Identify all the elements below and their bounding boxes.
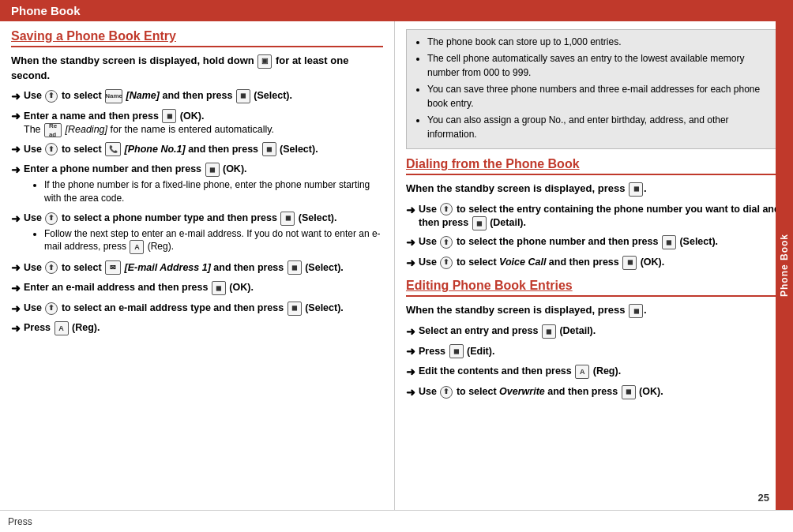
reading-icon: Read (44, 123, 62, 137)
nav-icon-d1: ⬆ (440, 203, 453, 215)
info-box: The phone book can store up to 1,000 ent… (406, 29, 782, 149)
select-button-icon-4: ◼ (288, 260, 302, 275)
phone-icon: 📞 (105, 142, 121, 156)
reg-button-icon-2: A (54, 321, 69, 335)
select-button-icon-5: ◼ (288, 302, 302, 316)
ok-btn-e4: ◼ (622, 385, 636, 399)
select-button-icon-2: ◼ (262, 142, 276, 156)
ok-button-icon: ◼ (162, 109, 176, 123)
right-sidebar: Phone Book (776, 21, 793, 510)
nav-icon: ⬆ (45, 90, 58, 103)
dialing-step-1: ➜ Use ⬆ to select the entry containing t… (406, 203, 782, 231)
right-column: The phone book can store up to 1,000 ent… (395, 21, 793, 510)
two-column-layout: Saving a Phone Book Entry When the stand… (0, 21, 793, 510)
page-header-title: Phone Book (11, 4, 81, 17)
detail-btn-e1: ◼ (542, 324, 556, 339)
step-4-bullets: If the phone number is for a fixed-line … (33, 178, 383, 205)
name-icon: Name (105, 89, 122, 103)
reg-btn-e3: A (575, 365, 589, 379)
dialing-intro: When the standby screen is displayed, pr… (406, 182, 782, 197)
nav-icon-5: ⬆ (45, 302, 58, 315)
select-button-icon: ◼ (236, 89, 250, 103)
step-5-bullets: Follow the next step to enter an e-mail … (33, 227, 383, 255)
info-bullet-4: You can also assign a group No., and ent… (427, 113, 773, 141)
step-8: ➜ Use ⬆ to select an e-mail address type… (11, 302, 383, 317)
bottom-press-label: Press (8, 516, 32, 527)
dialing-section-title: Dialing from the Phone Book (406, 157, 782, 175)
editing-section-title: Editing Phone Book Entries (406, 279, 782, 297)
nav-icon-e4: ⬆ (440, 386, 453, 399)
page-header: Phone Book (0, 0, 793, 21)
nav-icon-4: ⬆ (45, 261, 58, 274)
step-6: ➜ Use ⬆ to select ✉ [E-mail Address 1] a… (11, 260, 383, 276)
editing-step-4: ➜ Use ⬆ to select Overwrite and then pre… (406, 385, 782, 401)
step-3: ➜ Use ⬆ to select 📞 [Phone No.1] and the… (11, 142, 383, 158)
saving-intro: When the standby screen is displayed, ho… (11, 54, 383, 83)
editing-press-icon: ◼ (629, 304, 643, 318)
nav-icon-d3: ⬆ (440, 257, 453, 269)
step-5: ➜ Use ⬆ to select a phone number type an… (11, 212, 383, 257)
edit-btn-e2: ◼ (449, 344, 464, 358)
editing-step-2: ➜ Press ◼ (Edit). (406, 344, 782, 360)
editing-step-1: ➜ Select an entry and press ◼ (Detail). (406, 324, 782, 340)
page-number: 25 (758, 492, 769, 504)
select-button-icon-3: ◼ (280, 212, 295, 226)
ok-button-icon-2: ◼ (205, 163, 220, 177)
main-content: Phone Book Saving a Phone Book Entry Whe… (0, 0, 793, 532)
step-1: ➜ Use ⬆ to select Name [Name] and then p… (11, 89, 383, 105)
step-9: ➜ Press A (Reg). (11, 321, 383, 337)
bottom-bar: Press (0, 510, 793, 532)
left-column: Saving a Phone Book Entry When the stand… (0, 21, 395, 510)
editing-step-3: ➜ Edit the contents and then press A (Re… (406, 365, 782, 380)
reg-button-icon: A (130, 240, 144, 254)
sidebar-label: Phone Book (779, 234, 790, 297)
select-btn-d2: ◼ (662, 235, 676, 249)
dialing-press-icon: ◼ (629, 182, 643, 197)
step-4: ➜ Enter a phone number and then press ◼ … (11, 163, 383, 207)
dialing-step-2: ➜ Use ⬆ to select the phone number and t… (406, 235, 782, 251)
ok-button-icon-3: ◼ (212, 281, 226, 295)
nav-icon-3: ⬆ (45, 212, 58, 225)
saving-section-title: Saving a Phone Book Entry (11, 29, 383, 47)
hold-button-icon: ▣ (257, 54, 272, 69)
nav-icon-2: ⬆ (45, 143, 58, 155)
nav-icon-d2: ⬆ (440, 236, 453, 249)
step-7: ➜ Enter an e-mail address and then press… (11, 281, 383, 297)
info-bullet-2: The cell phone automatically saves an en… (427, 51, 773, 80)
info-bullet-3: You can save three phone numbers and thr… (427, 82, 773, 111)
email-icon: ✉ (105, 260, 121, 275)
info-bullet-1: The phone book can store up to 1,000 ent… (427, 35, 773, 49)
dialing-step-3: ➜ Use ⬆ to select Voice Call and then pr… (406, 256, 782, 272)
ok-btn-d3: ◼ (622, 256, 637, 270)
editing-intro: When the standby screen is displayed, pr… (406, 303, 782, 318)
step-2: ➜ Enter a name and then press ◼ (OK). Th… (11, 109, 383, 137)
detail-btn-icon: ◼ (472, 216, 487, 230)
